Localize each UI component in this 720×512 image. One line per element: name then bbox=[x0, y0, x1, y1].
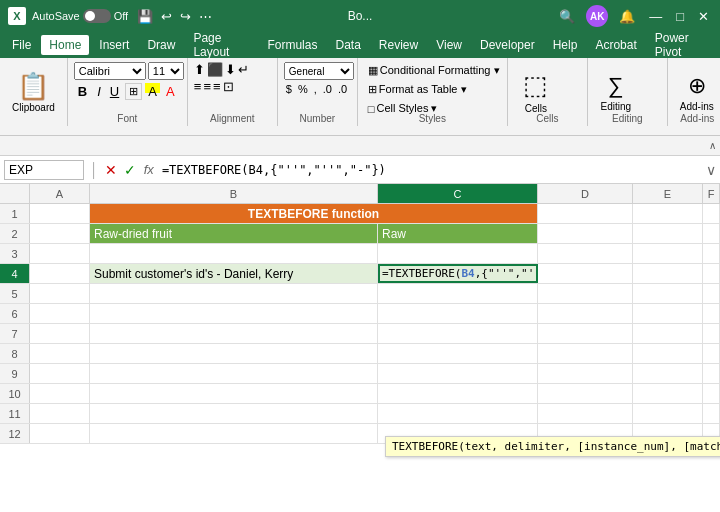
cell-d3[interactable] bbox=[538, 244, 633, 263]
font-family-select[interactable]: Calibri bbox=[74, 62, 146, 80]
cell-a2[interactable] bbox=[30, 224, 90, 243]
decrease-decimal-button[interactable]: .0 bbox=[336, 82, 349, 96]
wrap-text-button[interactable]: ↵ bbox=[238, 62, 249, 77]
cell-c2[interactable]: Raw bbox=[378, 224, 538, 243]
row-num-4[interactable]: 4 bbox=[0, 264, 30, 283]
row-num-5[interactable]: 5 bbox=[0, 284, 30, 303]
number-format-select[interactable]: General bbox=[284, 62, 354, 80]
col-header-b[interactable]: B bbox=[90, 184, 378, 203]
cell-e9[interactable] bbox=[633, 364, 703, 383]
border-button[interactable]: ⊞ bbox=[125, 83, 142, 100]
menu-home[interactable]: Home bbox=[41, 35, 89, 55]
align-right-button[interactable]: ≡ bbox=[213, 79, 221, 94]
row-num-9[interactable]: 9 bbox=[0, 364, 30, 383]
cell-e4[interactable] bbox=[633, 264, 703, 283]
comma-button[interactable]: , bbox=[312, 82, 319, 96]
align-left-button[interactable]: ≡ bbox=[194, 79, 202, 94]
cell-f11[interactable] bbox=[703, 404, 720, 423]
highlight-button[interactable]: A bbox=[145, 83, 160, 100]
italic-button[interactable]: I bbox=[94, 83, 104, 100]
row-num-6[interactable]: 6 bbox=[0, 304, 30, 323]
cell-f4[interactable] bbox=[703, 264, 720, 283]
redo-icon[interactable]: ↪ bbox=[177, 7, 194, 26]
cell-d4[interactable] bbox=[538, 264, 633, 283]
cell-b10[interactable] bbox=[90, 384, 378, 403]
fx-button[interactable]: fx bbox=[140, 162, 158, 177]
menu-review[interactable]: Review bbox=[371, 35, 426, 55]
menu-pagelayout[interactable]: Page Layout bbox=[185, 28, 257, 62]
search-icon[interactable]: 🔍 bbox=[556, 7, 578, 26]
fontcolor-button[interactable]: A bbox=[163, 83, 178, 100]
cell-d2[interactable] bbox=[538, 224, 633, 243]
cell-f8[interactable] bbox=[703, 344, 720, 363]
align-middle-button[interactable]: ⬛ bbox=[207, 62, 223, 77]
currency-button[interactable]: $ bbox=[284, 82, 294, 96]
name-box[interactable] bbox=[4, 160, 84, 180]
cell-b11[interactable] bbox=[90, 404, 378, 423]
cell-d6[interactable] bbox=[538, 304, 633, 323]
cell-b1[interactable]: TEXTBEFORE function bbox=[90, 204, 538, 223]
cell-d1[interactable] bbox=[538, 204, 633, 223]
autosave-toggle-pill[interactable] bbox=[83, 9, 111, 23]
cell-d11[interactable] bbox=[538, 404, 633, 423]
formula-cancel-btn[interactable]: ✕ bbox=[105, 162, 117, 178]
cell-d5[interactable] bbox=[538, 284, 633, 303]
cell-c3[interactable] bbox=[378, 244, 538, 263]
cell-d7[interactable] bbox=[538, 324, 633, 343]
cell-d9[interactable] bbox=[538, 364, 633, 383]
align-center-button[interactable]: ≡ bbox=[203, 79, 211, 94]
cell-a5[interactable] bbox=[30, 284, 90, 303]
row-num-10[interactable]: 10 bbox=[0, 384, 30, 403]
undo-icon[interactable]: ↩ bbox=[158, 7, 175, 26]
maximize-btn[interactable]: □ bbox=[673, 7, 687, 26]
user-avatar[interactable]: AK bbox=[586, 5, 608, 27]
menu-powerpivot[interactable]: Power Pivot bbox=[647, 28, 716, 62]
cell-a12[interactable] bbox=[30, 424, 90, 443]
row-num-2[interactable]: 2 bbox=[0, 224, 30, 243]
cell-f7[interactable] bbox=[703, 324, 720, 343]
row-num-12[interactable]: 12 bbox=[0, 424, 30, 443]
cell-f10[interactable] bbox=[703, 384, 720, 403]
menu-developer[interactable]: Developer bbox=[472, 35, 543, 55]
cell-b8[interactable] bbox=[90, 344, 378, 363]
cell-b7[interactable] bbox=[90, 324, 378, 343]
cell-c4[interactable]: =TEXTBEFORE(B4,{"''","''","-"}) bbox=[378, 264, 538, 283]
cell-c11[interactable] bbox=[378, 404, 538, 423]
cell-e1[interactable] bbox=[633, 204, 703, 223]
save-icon[interactable]: 💾 bbox=[134, 7, 156, 26]
paste-button[interactable]: 📋 Clipboard bbox=[6, 62, 61, 122]
cell-c7[interactable] bbox=[378, 324, 538, 343]
cell-e11[interactable] bbox=[633, 404, 703, 423]
menu-formulas[interactable]: Formulas bbox=[259, 35, 325, 55]
col-header-c[interactable]: C bbox=[378, 184, 538, 203]
cell-a6[interactable] bbox=[30, 304, 90, 323]
menu-view[interactable]: View bbox=[428, 35, 470, 55]
align-bottom-button[interactable]: ⬇ bbox=[225, 62, 236, 77]
cell-b2[interactable]: Raw-dried fruit bbox=[90, 224, 378, 243]
cell-c10[interactable] bbox=[378, 384, 538, 403]
row-num-8[interactable]: 8 bbox=[0, 344, 30, 363]
align-top-button[interactable]: ⬆ bbox=[194, 62, 205, 77]
col-header-d[interactable]: D bbox=[538, 184, 633, 203]
cell-b3[interactable] bbox=[90, 244, 378, 263]
formula-expand-btn[interactable]: ∨ bbox=[706, 162, 716, 178]
cell-e5[interactable] bbox=[633, 284, 703, 303]
col-header-a[interactable]: A bbox=[30, 184, 90, 203]
cell-f5[interactable] bbox=[703, 284, 720, 303]
cell-a8[interactable] bbox=[30, 344, 90, 363]
cell-a11[interactable] bbox=[30, 404, 90, 423]
row-num-3[interactable]: 3 bbox=[0, 244, 30, 263]
conditional-formatting-button[interactable]: ▦Conditional Formatting ▾ bbox=[364, 62, 504, 79]
menu-data[interactable]: Data bbox=[327, 35, 368, 55]
increase-decimal-button[interactable]: .0 bbox=[321, 82, 334, 96]
menu-acrobat[interactable]: Acrobat bbox=[587, 35, 644, 55]
cell-d8[interactable] bbox=[538, 344, 633, 363]
notification-icon[interactable]: 🔔 bbox=[616, 7, 638, 26]
cell-f1[interactable] bbox=[703, 204, 720, 223]
col-header-f[interactable]: F bbox=[703, 184, 720, 203]
menu-draw[interactable]: Draw bbox=[139, 35, 183, 55]
cell-f3[interactable] bbox=[703, 244, 720, 263]
cell-e3[interactable] bbox=[633, 244, 703, 263]
cell-a7[interactable] bbox=[30, 324, 90, 343]
ribbon-collapse-btn[interactable]: ∧ bbox=[709, 140, 716, 151]
